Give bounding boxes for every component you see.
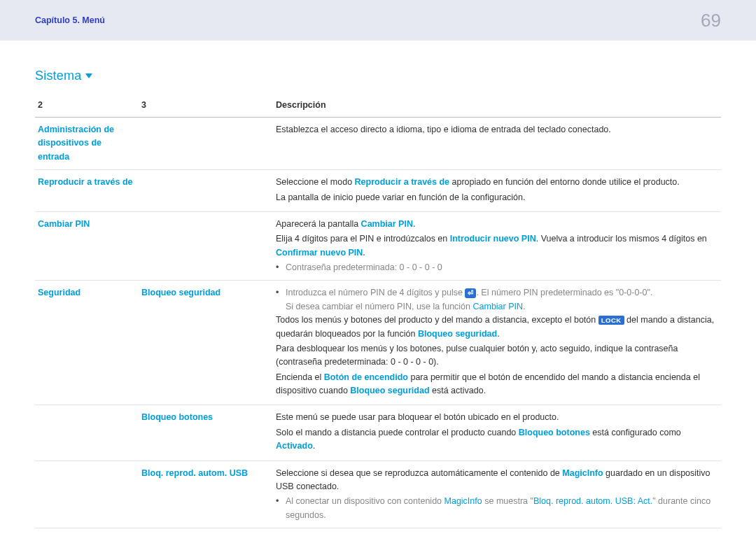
page-content: Sistema 2 3 Descripción Administración d… [0, 41, 756, 534]
settings-table: 2 3 Descripción Administración de dispos… [35, 96, 721, 534]
setting-name: Administración de dispositivos de entrad… [38, 125, 114, 162]
note-item: Al conectar un dispositivo con contenido… [276, 495, 717, 522]
setting-desc: Para desbloquear los menús y los botones… [276, 342, 717, 370]
col-desc: Descripción [273, 96, 721, 118]
row-bloq-usb: Bloq. reprod. autom. USB Seleccione si d… [35, 461, 721, 528]
row-seguridad: Seguridad Bloqueo seguridad Introduzca e… [35, 281, 721, 405]
lock-icon: LOCK [598, 316, 624, 325]
row-bloqueo-movil: Bloqueo de conexión móvil Limite los otr… [35, 528, 721, 535]
page-number: 69 [701, 10, 721, 31]
setting-sub: Bloqueo botones [141, 412, 213, 422]
table-header-row: 2 3 Descripción [35, 96, 721, 118]
chapter-title: Capítulo 5. Menú [35, 15, 105, 25]
setting-desc: Encienda el Botón de encendido para perm… [276, 371, 717, 398]
row-reproducir: Reproducir a través de Seleccione el mod… [35, 170, 721, 212]
row-bloqueo-botones: Bloqueo botones Este menú se puede usar … [35, 405, 721, 461]
setting-name: Seguridad [38, 288, 80, 297]
setting-desc: Aparecerá la pantalla Cambiar PIN. [276, 218, 717, 231]
note-list: Al conectar un dispositivo con contenido… [276, 495, 717, 522]
note-list: Introduzca el número PIN de 4 dígitos y … [276, 286, 717, 314]
page-header: Capítulo 5. Menú 69 [0, 0, 756, 41]
note-item: Contraseña predeterminada: 0 - 0 - 0 - 0 [276, 261, 717, 274]
setting-desc: Seleccione el modo Reproducir a través d… [276, 176, 717, 189]
setting-desc: Seleccione si desea que se reproduzca au… [276, 467, 717, 494]
setting-desc: La pantalla de inicio puede variar en fu… [276, 191, 717, 204]
setting-desc: Este menú se puede usar para bloquear el… [276, 411, 717, 424]
setting-sub: Bloq. reprod. autom. USB [141, 468, 248, 478]
setting-desc: Solo el mando a distancia puede controla… [276, 426, 717, 454]
setting-name: Cambiar PIN [38, 219, 90, 229]
row-cambiar-pin: Cambiar PIN Aparecerá la pantalla Cambia… [35, 211, 721, 281]
section-title-text: Sistema [35, 69, 81, 83]
setting-desc: Elija 4 dígitos para el PIN e introdúzca… [276, 232, 717, 260]
note-item-line: Si desea cambiar el número PIN, use la f… [286, 300, 717, 314]
setting-desc: Todos los menús y botones del producto y… [276, 314, 717, 341]
setting-desc: Establezca el acceso directo a idioma, t… [276, 125, 611, 134]
row-admin: Administración de dispositivos de entrad… [35, 118, 721, 170]
col-3: 3 [139, 96, 273, 118]
note-item: Introduzca el número PIN de 4 dígitos y … [276, 286, 717, 314]
enter-icon: ⏎ [465, 288, 476, 298]
setting-name: Reproducir a través de [38, 177, 132, 187]
col-2: 2 [35, 96, 139, 118]
triangle-down-icon [85, 73, 92, 78]
section-title: Sistema [35, 69, 721, 83]
note-list: Contraseña predeterminada: 0 - 0 - 0 - 0 [276, 261, 717, 274]
setting-sub: Bloqueo seguridad [141, 288, 220, 297]
